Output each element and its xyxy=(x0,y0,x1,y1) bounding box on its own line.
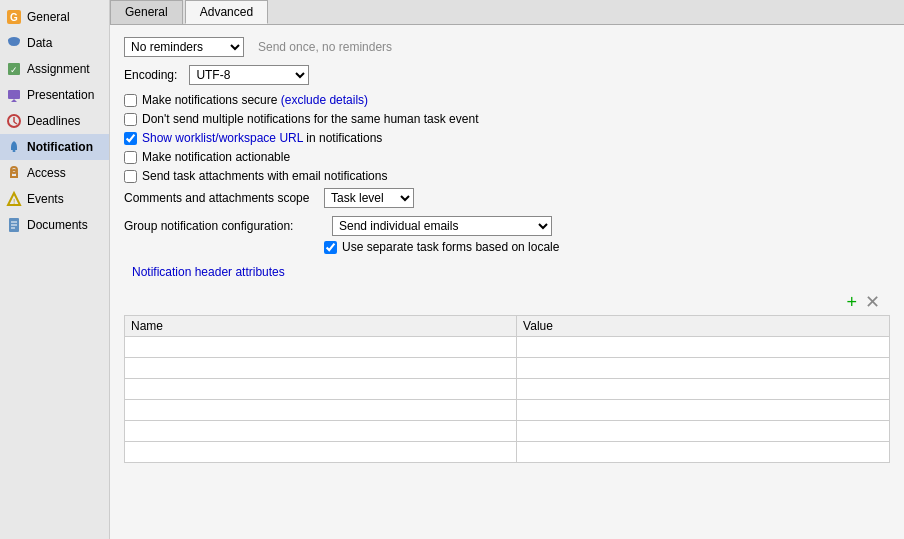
sidebar-item-presentation[interactable]: Presentation xyxy=(0,82,109,108)
notification-header-link[interactable]: Notification header attributes xyxy=(132,265,285,279)
checkbox-attachments-input[interactable] xyxy=(124,170,137,183)
table-row xyxy=(125,337,890,358)
table-row xyxy=(125,379,890,400)
svg-line-9 xyxy=(14,122,17,124)
sidebar-item-documents[interactable]: Documents xyxy=(0,212,109,238)
sidebar-label-documents: Documents xyxy=(27,218,88,232)
sidebar-label-general: General xyxy=(27,10,70,24)
sidebar-label-presentation: Presentation xyxy=(27,88,94,102)
svg-text:!: ! xyxy=(13,197,15,206)
checkbox-no-multiple-input[interactable] xyxy=(124,113,137,126)
comments-scope-row: Comments and attachments scope Task leve… xyxy=(124,188,890,208)
svg-rect-5 xyxy=(8,90,20,99)
group-notification-row: Group notification configuration: Send i… xyxy=(124,216,890,259)
sidebar-item-events[interactable]: ! Events xyxy=(0,186,109,212)
sidebar-item-access[interactable]: Access xyxy=(0,160,109,186)
data-icon xyxy=(6,35,22,51)
encoding-select[interactable]: UTF-8 ISO-8859-1 UTF-16 xyxy=(189,65,309,85)
checkbox-actionable-input[interactable] xyxy=(124,151,137,164)
checkbox-actionable-label: Make notification actionable xyxy=(142,150,290,164)
remove-attribute-button[interactable]: ✕ xyxy=(863,293,882,311)
checkbox-secure: Make notifications secure (exclude detai… xyxy=(124,93,890,107)
sidebar-label-access: Access xyxy=(27,166,66,180)
checkbox-actionable: Make notification actionable xyxy=(124,150,890,164)
sidebar-label-events: Events xyxy=(27,192,64,206)
checkbox-no-multiple-label: Don't send multiple notifications for th… xyxy=(142,112,478,126)
main-panel: General Advanced No reminders Send once … xyxy=(110,0,904,539)
table-row xyxy=(125,442,890,463)
table-toolbar: + ✕ xyxy=(124,293,890,311)
svg-text:G: G xyxy=(10,12,18,23)
presentation-icon xyxy=(6,87,22,103)
documents-icon xyxy=(6,217,22,233)
svg-text:✓: ✓ xyxy=(10,65,18,75)
notification-icon xyxy=(6,139,22,155)
col-value: Value xyxy=(517,316,890,337)
svg-rect-10 xyxy=(13,150,16,152)
checkbox-attachments-label: Send task attachments with email notific… xyxy=(142,169,387,183)
svg-marker-6 xyxy=(11,99,17,102)
checkbox-secure-label: Make notifications secure (exclude detai… xyxy=(142,93,368,107)
sidebar-label-data: Data xyxy=(27,36,52,50)
table-row xyxy=(125,421,890,442)
encoding-label: Encoding: xyxy=(124,68,177,82)
table-row xyxy=(125,400,890,421)
tab-content-advanced: No reminders Send once Repeat Send once,… xyxy=(110,25,904,539)
sidebar-item-notification[interactable]: Notification xyxy=(0,134,109,160)
events-icon: ! xyxy=(6,191,22,207)
assignment-icon: ✓ xyxy=(6,61,22,77)
sidebar-label-notification: Notification xyxy=(27,140,93,154)
table-row xyxy=(125,358,890,379)
reminder-hint: Send once, no reminders xyxy=(258,40,392,54)
access-icon xyxy=(6,165,22,181)
tab-advanced[interactable]: Advanced xyxy=(185,0,268,24)
checkbox-show-url-input[interactable] xyxy=(124,132,137,145)
checkbox-secure-input[interactable] xyxy=(124,94,137,107)
checkbox-show-url-label: Show worklist/workspace URL in notificat… xyxy=(142,131,382,145)
separate-forms-label: Use separate task forms based on locale xyxy=(342,240,559,254)
sidebar-label-assignment: Assignment xyxy=(27,62,90,76)
col-name: Name xyxy=(125,316,517,337)
checkbox-show-url: Show worklist/workspace URL in notificat… xyxy=(124,131,890,145)
separate-forms-row: Use separate task forms based on locale xyxy=(324,240,559,254)
tab-general[interactable]: General xyxy=(110,0,183,24)
sidebar: G General Data ✓ Assignment Presentation… xyxy=(0,0,110,539)
sidebar-label-deadlines: Deadlines xyxy=(27,114,80,128)
deadlines-icon xyxy=(6,113,22,129)
group-notification-label: Group notification configuration: xyxy=(124,219,324,233)
group-notification-select[interactable]: Send individual emails Send combined ema… xyxy=(332,216,552,236)
sidebar-item-deadlines[interactable]: Deadlines xyxy=(0,108,109,134)
add-attribute-button[interactable]: + xyxy=(844,293,859,311)
encoding-row: Encoding: UTF-8 ISO-8859-1 UTF-16 xyxy=(124,65,890,85)
reminder-select[interactable]: No reminders Send once Repeat xyxy=(124,37,244,57)
reminder-row: No reminders Send once Repeat Send once,… xyxy=(124,37,890,57)
attributes-table: Name Value xyxy=(124,315,890,463)
section-link-area: Notification header attributes xyxy=(128,265,890,287)
checkbox-no-multiple: Don't send multiple notifications for th… xyxy=(124,112,890,126)
tab-bar: General Advanced xyxy=(110,0,904,25)
checkbox-attachments: Send task attachments with email notific… xyxy=(124,169,890,183)
sidebar-item-data[interactable]: Data xyxy=(0,30,109,56)
comments-scope-label: Comments and attachments scope xyxy=(124,191,324,205)
general-icon: G xyxy=(6,9,22,25)
separate-forms-checkbox[interactable] xyxy=(324,241,337,254)
sidebar-item-general[interactable]: G General xyxy=(0,4,109,30)
sidebar-item-assignment[interactable]: ✓ Assignment xyxy=(0,56,109,82)
comments-scope-select[interactable]: Task level Process level xyxy=(324,188,414,208)
